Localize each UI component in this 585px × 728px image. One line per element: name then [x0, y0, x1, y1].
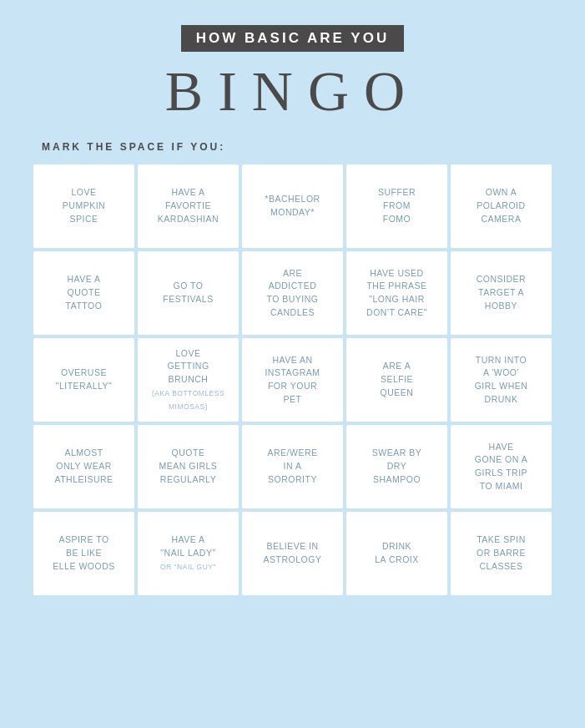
bingo-cell[interactable]: DRINKLA CROIX	[346, 512, 447, 595]
bingo-cell-text: ALMOSTONLY WEARATHLEISURE	[54, 447, 113, 486]
bingo-cell-text: TAKE SPINOR BARRECLASSES	[477, 533, 526, 573]
bingo-cell[interactable]: OWN APOLAROIDCAMERA	[451, 164, 552, 248]
bingo-cell-text: ARE ASELFIEQUEEN	[381, 360, 414, 399]
bingo-grid: LOVEPUMPKINSPICEHAVE AFAVORTIEKARDASHIAN…	[33, 164, 552, 595]
bingo-cell-text: SWEAR BYDRYSHAMPOO	[372, 447, 421, 486]
bingo-cell-text: GO TOFESTIVALS	[163, 280, 213, 306]
bingo-cell[interactable]: *BACHELORMONDAY*	[242, 164, 343, 248]
bingo-cell[interactable]: HAVE A"NAIL LADY"OR "NAIL GUY"	[138, 512, 239, 595]
bingo-cell[interactable]: LOVEGETTINGBRUNCH(AKA BOTTOMLESSMIMOSAS)	[138, 338, 239, 422]
bingo-cell[interactable]: HAVE ANINSTAGRAMFOR YOURPET	[242, 338, 343, 422]
bingo-cell[interactable]: HAVE AFAVORTIEKARDASHIAN	[138, 164, 239, 248]
bingo-cell[interactable]: AREADDICTEDTO BUYINGCANDLES	[242, 251, 343, 335]
bingo-cell-text: HAVEGONE ON AGIRLS TRIPTO MIAMI	[475, 441, 527, 493]
bingo-cell-text: HAVE ANINSTAGRAMFOR YOURPET	[265, 354, 320, 407]
bingo-cell-text: LOVEPUMPKINSPICE	[63, 186, 105, 225]
bingo-cell[interactable]: QUOTEMEAN GIRLSREGULARLY	[138, 425, 239, 508]
bingo-cell[interactable]: CONSIDERTARGET AHOBBY	[451, 251, 552, 335]
bingo-cell-text: LOVEGETTINGBRUNCH(AKA BOTTOMLESSMIMOSAS)	[152, 347, 224, 413]
bingo-cell[interactable]: ARE ASELFIEQUEEN	[346, 338, 447, 422]
bingo-cell-text: ARE/WEREIN ASORORITY	[267, 447, 317, 486]
instruction-text: MARK THE SPACE IF YOU:	[42, 141, 225, 153]
bingo-cell-text: HAVE AQUOTETATTOO	[66, 273, 103, 312]
bingo-cell-text: *BACHELORMONDAY*	[265, 193, 320, 220]
bingo-cell-text: HAVE AFAVORTIEKARDASHIAN	[158, 186, 219, 225]
bingo-cell[interactable]: LOVEPUMPKINSPICE	[33, 164, 134, 248]
page: HOW BASIC ARE YOU BINGO MARK THE SPACE I…	[0, 0, 585, 728]
bingo-cell-text: OVERUSE"LITERALLY"	[56, 367, 113, 393]
bingo-cell[interactable]: TURN INTOA 'WOO'GIRL WHENDRUNK	[451, 338, 552, 422]
bingo-cell-text: OWN APOLAROIDCAMERA	[477, 186, 525, 225]
bingo-cell[interactable]: OVERUSE"LITERALLY"	[33, 338, 134, 422]
bingo-cell-text: CONSIDERTARGET AHOBBY	[477, 273, 526, 312]
bingo-cell-text: DRINKLA CROIX	[375, 540, 418, 567]
bingo-cell-text: QUOTEMEAN GIRLSREGULARLY	[159, 447, 218, 486]
bingo-cell[interactable]: GO TOFESTIVALS	[138, 251, 239, 335]
bingo-cell-text: HAVE USEDTHE PHRASE"LONG HAIRDON'T CARE"	[366, 267, 427, 320]
bingo-cell[interactable]: BELIEVE INASTROLOGY	[242, 512, 343, 595]
bingo-cell[interactable]: HAVE AQUOTETATTOO	[33, 251, 134, 335]
subtitle-box: HOW BASIC ARE YOU	[181, 25, 404, 52]
bingo-cell-text: TURN INTOA 'WOO'GIRL WHENDRUNK	[475, 354, 528, 407]
subtitle-text: HOW BASIC ARE YOU	[196, 30, 389, 46]
bingo-title: BINGO	[165, 58, 420, 124]
bingo-cell[interactable]: TAKE SPINOR BARRECLASSES	[451, 512, 552, 595]
bingo-cell[interactable]: SWEAR BYDRYSHAMPOO	[346, 425, 447, 508]
bingo-cell[interactable]: ASPIRE TOBE LIKEELLE WOODS	[33, 512, 134, 595]
bingo-cell[interactable]: ALMOSTONLY WEARATHLEISURE	[33, 425, 134, 508]
bingo-cell[interactable]: SUFFERFROMFOMO	[346, 164, 447, 248]
bingo-cell[interactable]: ARE/WEREIN ASORORITY	[242, 425, 343, 508]
bingo-cell-text: ASPIRE TOBE LIKEELLE WOODS	[53, 533, 114, 573]
bingo-cell-text: BELIEVE INASTROLOGY	[264, 540, 322, 567]
bingo-cell-text: HAVE A"NAIL LADY"OR "NAIL GUY"	[160, 533, 216, 573]
bingo-cell[interactable]: HAVE USEDTHE PHRASE"LONG HAIRDON'T CARE"	[346, 251, 447, 335]
bingo-cell[interactable]: HAVEGONE ON AGIRLS TRIPTO MIAMI	[451, 425, 552, 508]
bingo-cell-text: SUFFERFROMFOMO	[378, 186, 416, 225]
bingo-cell-text: AREADDICTEDTO BUYINGCANDLES	[266, 267, 318, 320]
